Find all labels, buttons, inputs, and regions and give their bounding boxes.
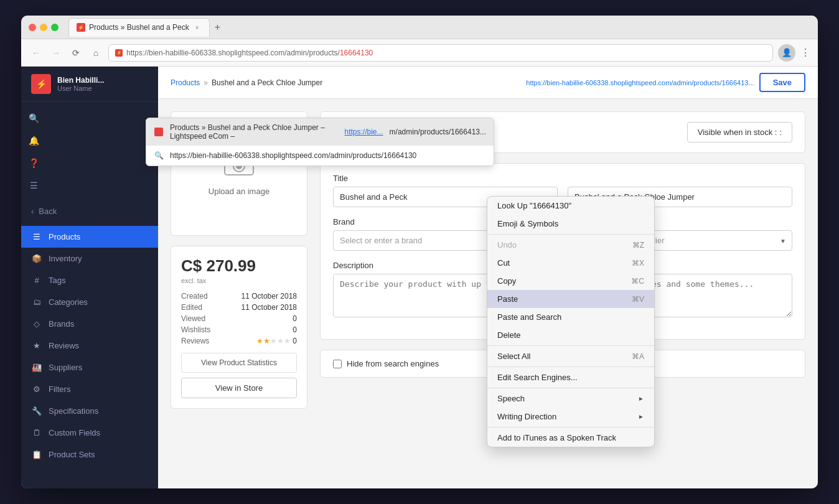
ctx-paste-label: Paste (497, 294, 518, 304)
ctx-copy-label: Copy (497, 276, 516, 286)
ctx-cut-shortcut: ⌘X (632, 259, 644, 268)
address-input[interactable]: ⚡ https://bien-habillie-606338.shoplight… (108, 44, 773, 62)
breadcrumb-separator: » (204, 78, 208, 87)
autocomplete-item-search[interactable]: 🔍 https://bien-habillie-606338.shoplight… (146, 146, 494, 166)
ctx-itunes[interactable]: Add to iTunes as a Spoken Track (487, 429, 654, 447)
view-store-button[interactable]: View in Store (181, 378, 297, 398)
reload-button[interactable]: ⟳ (68, 45, 83, 60)
seo-checkbox-label[interactable]: Hide from search engines (333, 359, 439, 368)
browser-inner: Products » Bushel and a Peck Chloe Jumpe… (21, 67, 818, 488)
edited-value: 11 October 2018 (241, 303, 297, 312)
tab-bar: ⚡ Products » Bushel and a Peck × + (68, 18, 810, 37)
breadcrumb-parent[interactable]: Products (171, 78, 200, 87)
save-button[interactable]: Save (759, 73, 805, 92)
traffic-lights (29, 24, 59, 31)
seo-label-text: Hide from search engines (347, 359, 439, 368)
autocomplete-dropdown: Products » Bushel and a Peck Chloe Jumpe… (146, 118, 494, 166)
title-full-label (568, 174, 792, 183)
address-favicon: ⚡ (115, 49, 123, 57)
autocomplete-item-link: https://bie... (345, 128, 383, 136)
maximize-button[interactable] (51, 24, 59, 31)
ctx-copy[interactable]: Copy ⌘C (487, 272, 654, 290)
ctx-select-all[interactable]: Select All ⌘A (487, 347, 654, 365)
ctx-speech[interactable]: Speech ► (487, 390, 654, 408)
breadcrumb: Products » Bushel and a Peck Chloe Jumpe… (171, 78, 322, 87)
ctx-separator-2 (487, 345, 654, 346)
more-options-button[interactable]: ⋮ (800, 47, 810, 58)
autocomplete-link-suffix: m/admin/products/1666413... (390, 128, 486, 136)
ctx-cut[interactable]: Cut ⌘X (487, 254, 654, 272)
ctx-separator-1 (487, 234, 654, 235)
product-sets-icon: 📋 (31, 450, 42, 459)
sidebar-item-categories[interactable]: 🗂 Categories (21, 291, 158, 313)
sidebar-back-button[interactable]: ‹ Back (21, 202, 158, 221)
sidebar-icon-bell[interactable]: 🔔 (21, 129, 46, 152)
context-menu: Look Up "16664130" Emoji & Symbols Undo … (487, 196, 655, 447)
sidebar-item-products[interactable]: ☰ Products (21, 226, 158, 248)
sidebar-item-tags[interactable]: # Tags (21, 269, 158, 291)
ctx-search-engines[interactable]: Edit Search Engines... (487, 368, 654, 386)
profile-button[interactable]: 👤 (778, 44, 795, 62)
ctx-copy-shortcut: ⌘C (631, 277, 644, 286)
sidebar-icon-search[interactable]: 🔍 (21, 107, 46, 129)
forward-nav-button[interactable]: → (49, 45, 63, 60)
ctx-lookup[interactable]: Look Up "16664130" (487, 197, 654, 215)
view-stats-button[interactable]: View Product Statistics (181, 353, 297, 373)
autocomplete-item-favicon[interactable]: Products » Bushel and a Peck Chloe Jumpe… (146, 118, 494, 146)
visibility-button[interactable]: Visible when in stock : : (687, 122, 792, 142)
ctx-emoji[interactable]: Emoji & Symbols (487, 215, 654, 233)
active-tab[interactable]: ⚡ Products » Bushel and a Peck × (68, 18, 210, 37)
ctx-select-all-shortcut: ⌘A (632, 352, 644, 361)
ctx-delete-label: Delete (497, 330, 521, 340)
minimize-button[interactable] (40, 24, 47, 31)
new-tab-button[interactable]: + (210, 19, 225, 35)
header-url[interactable]: https://bien-habillie-606338.shoplightsp… (526, 79, 754, 86)
sidebar-item-brands[interactable]: ◇ Brands (21, 313, 158, 335)
home-button[interactable]: ⌂ (88, 45, 103, 60)
sidebar-item-reviews[interactable]: ★ Reviews (21, 335, 158, 357)
sidebar-item-product-sets-label: Product Sets (49, 450, 95, 459)
sidebar-username: User Name (57, 85, 148, 92)
address-text: https://bien-habillie-606338.shoplightsp… (126, 49, 340, 57)
sidebar-item-filters[interactable]: ⚙ Filters (21, 378, 158, 400)
ctx-emoji-label: Emoji & Symbols (497, 219, 558, 228)
price-card: C$ 270.99 excl. tax Created 11 October 2… (171, 246, 307, 409)
custom-fields-icon: 🗒 (31, 428, 42, 437)
tab-close-button[interactable]: × (193, 23, 202, 32)
viewed-row: Viewed 0 (181, 314, 297, 323)
sidebar-item-specifications-label: Specifications (49, 406, 98, 416)
sidebar-logo: ⚡ (31, 74, 51, 94)
stars-empty: ★★★ (270, 337, 291, 345)
stars-filled: ★★ (256, 337, 270, 345)
browser-window: ⚡ Products » Bushel and a Peck × + ← → ⟳… (21, 16, 818, 488)
sidebar-icon-help[interactable]: ❓ (21, 152, 46, 174)
sidebar-item-inventory-label: Inventory (49, 254, 82, 263)
sidebar-item-inventory[interactable]: 📦 Inventory (21, 248, 158, 269)
back-chevron-icon: ‹ (31, 207, 34, 216)
sidebar-header: ⚡ Bien Habilli... User Name (21, 67, 158, 102)
sidebar-item-specifications[interactable]: 🔧 Specifications (21, 400, 158, 422)
close-button[interactable] (29, 24, 36, 31)
ctx-undo[interactable]: Undo ⌘Z (487, 236, 654, 254)
sidebar-item-brands-label: Brands (49, 319, 74, 329)
suppliers-icon: 🏭 (31, 363, 42, 372)
autocomplete-item-text: Products » Bushel and a Peck Chloe Jumpe… (170, 123, 339, 141)
viewed-label: Viewed (181, 314, 205, 323)
sidebar-item-filters-label: Filters (49, 385, 70, 394)
ctx-writing-direction[interactable]: Writing Direction ► (487, 408, 654, 426)
edited-label: Edited (181, 303, 202, 312)
tags-icon: # (31, 276, 42, 285)
breadcrumb-current: Bushel and a Peck Chloe Jumper (212, 78, 322, 87)
sidebar-item-product-sets[interactable]: 📋 Product Sets (21, 444, 158, 465)
sidebar-item-suppliers[interactable]: 🏭 Suppliers (21, 357, 158, 378)
ctx-paste-search[interactable]: Paste and Search (487, 308, 654, 326)
edited-row: Edited 11 October 2018 (181, 303, 297, 312)
ctx-writing-submenu-icon: ► (638, 413, 644, 420)
seo-checkbox[interactable] (333, 360, 342, 368)
created-row: Created 11 October 2018 (181, 292, 297, 301)
back-nav-button[interactable]: ← (29, 45, 44, 60)
sidebar-icon-menu[interactable]: ☰ (21, 174, 46, 197)
sidebar-item-custom-fields[interactable]: 🗒 Custom Fields (21, 422, 158, 444)
ctx-delete[interactable]: Delete (487, 326, 654, 344)
ctx-paste[interactable]: Paste ⌘V (487, 290, 654, 308)
